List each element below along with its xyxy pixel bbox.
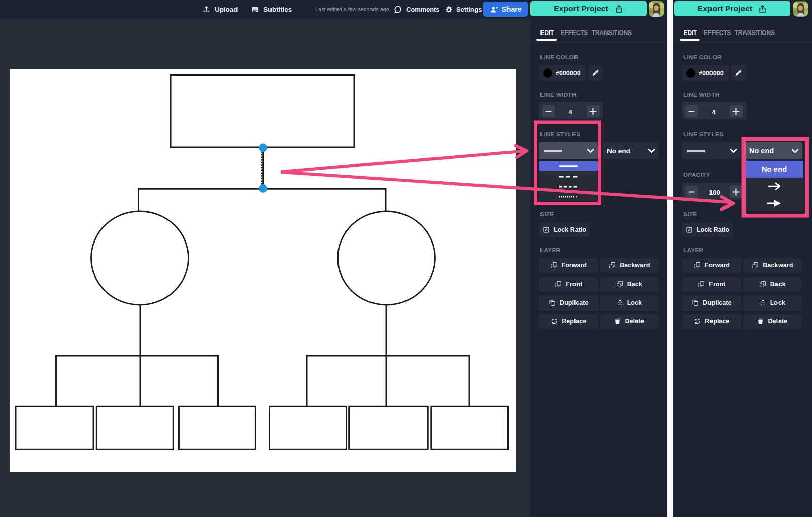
svg-text:No end: No end xyxy=(749,147,774,155)
svg-text:No end: No end xyxy=(607,147,630,155)
svg-text:No end: No end xyxy=(762,165,787,174)
